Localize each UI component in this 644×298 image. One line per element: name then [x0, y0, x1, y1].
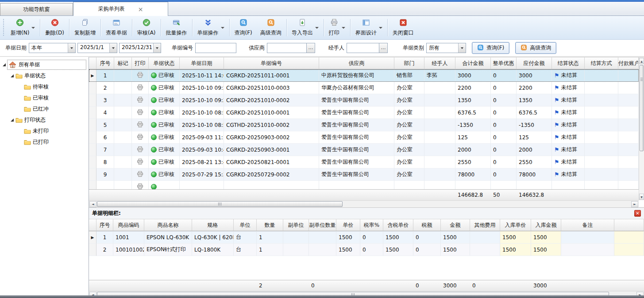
cell-settle[interactable]: ⚑未结算	[552, 119, 585, 131]
cell-inprice[interactable]: 1500	[500, 244, 531, 256]
cell-handler[interactable]	[424, 181, 455, 189]
cell-date[interactable]	[180, 181, 224, 189]
cell-seq[interactable]: 6	[96, 131, 114, 144]
tree-item-printed[interactable]: 已打印	[0, 137, 89, 148]
cell-total[interactable]	[455, 181, 491, 189]
cell-date[interactable]: 2025-08-21 13:47	[180, 156, 224, 168]
cell-handler[interactable]	[424, 144, 455, 156]
cell-payable[interactable]	[517, 181, 552, 189]
cell-method[interactable]	[585, 69, 618, 82]
cell-print[interactable]	[132, 69, 149, 82]
cell-settle[interactable]: ⚑未结算	[552, 168, 585, 181]
handler-input[interactable]	[347, 43, 379, 53]
dropdown-arrow-icon[interactable]	[109, 43, 117, 53]
cell-tax[interactable]: 0	[413, 231, 441, 244]
cell-seq[interactable]: 5	[96, 119, 114, 131]
col-header-discount[interactable]: 整单优惠	[491, 57, 517, 69]
cell-date[interactable]: 2025-09-03 10:48	[180, 144, 224, 156]
cell-doc_no[interactable]: CGRKD-20250903-0001	[224, 144, 319, 156]
cell-doc_no[interactable]: CGRKD-20250903-0002	[224, 131, 319, 144]
cell-seq[interactable]: 9	[96, 168, 114, 181]
cell-handler[interactable]	[424, 131, 455, 144]
cell-status[interactable]: 已审核	[149, 144, 180, 156]
cell-pay[interactable]	[618, 119, 639, 131]
cell-pay[interactable]	[618, 156, 639, 168]
cell-extra[interactable]	[614, 231, 644, 244]
cell-print[interactable]	[132, 82, 149, 94]
supplier-lookup-button[interactable]: …	[307, 43, 315, 53]
col-header-price[interactable]: 单价	[336, 219, 360, 231]
cell-spec[interactable]: LQ-630K | 620K	[192, 231, 234, 244]
cell-total[interactable]: 3000	[455, 69, 491, 82]
cell-supplier[interactable]: 爱普生中国有限公司	[319, 94, 394, 107]
col-header-status[interactable]: 单据状态	[149, 57, 180, 69]
cell-unit[interactable]: 台	[234, 231, 257, 244]
cell-payable[interactable]: 3000	[517, 69, 552, 82]
row-marker-cell[interactable]	[89, 94, 96, 107]
grid-row[interactable]: ▶11001EPSON LQ-630KLQ-630K | 620K台115000…	[89, 231, 644, 244]
grid-row[interactable]: 4已审核2025-10-10 08:56CGRKD-20251010-0001爱…	[89, 107, 639, 119]
main-grid-vscrollbar[interactable]: ▲ ▼	[639, 57, 644, 200]
cell-status[interactable]: 已审核	[149, 82, 180, 94]
cell-status[interactable]	[149, 181, 180, 189]
cell-date[interactable]: 2025-10-10 09:25	[180, 94, 224, 107]
cell-supplier[interactable]: 爱普生中国有限公司	[319, 119, 394, 131]
cell-doc_no[interactable]: CGTHD-20251010-0002	[224, 119, 319, 131]
cell-settle[interactable]: ⚑未结算	[552, 107, 585, 119]
cell-seq[interactable]: 8	[96, 156, 114, 168]
doc-no-input[interactable]	[195, 43, 236, 53]
tab-close-icon[interactable]: ×	[138, 6, 143, 12]
col-header-amount[interactable]: 金额	[441, 219, 470, 231]
col-header-name[interactable]: 商品名称	[144, 219, 192, 231]
cell-pay[interactable]	[618, 131, 639, 144]
row-marker-cell[interactable]	[89, 244, 96, 256]
scroll-left-arrow-icon[interactable]: ◄	[89, 201, 96, 207]
cell-print[interactable]	[132, 144, 149, 156]
cell-method[interactable]	[585, 181, 618, 189]
cell-supplier[interactable]: 中原科贸股份有限公司	[319, 69, 394, 82]
cell-mark[interactable]	[114, 168, 132, 181]
tree-item-all-documents[interactable]: 所有单据	[0, 59, 89, 70]
print-dropdown-arrow-icon[interactable]	[342, 27, 345, 29]
cell-seq[interactable]: 2	[96, 82, 114, 94]
delete-button[interactable]: 删除(D)	[41, 17, 68, 38]
cell-settle[interactable]: ⚑未结算	[552, 144, 585, 156]
cell-discount[interactable]: 0	[491, 82, 517, 94]
col-header-method[interactable]: 结算方式	[585, 57, 618, 69]
import-export-button[interactable]: 导入导出	[288, 17, 323, 38]
row-marker-cell[interactable]	[89, 168, 96, 181]
cell-seq[interactable]: 3	[96, 94, 114, 107]
cell-taxprice[interactable]: 1500	[383, 231, 413, 244]
row-marker-cell[interactable]	[89, 119, 96, 131]
col-header-print[interactable]: 打印	[132, 57, 149, 69]
cell-mark[interactable]	[114, 181, 132, 189]
col-header-seq[interactable]: 序号	[96, 57, 114, 69]
cell-print[interactable]	[132, 107, 149, 119]
cell-total[interactable]: 2550	[455, 156, 491, 168]
grid-row[interactable]: 3已审核2025-10-10 09:25CGRKD-20251010-0002爱…	[89, 94, 639, 107]
cell-dept[interactable]: 办公室	[394, 82, 424, 94]
cell-seq[interactable]: 1	[96, 69, 114, 82]
cell-note[interactable]	[561, 244, 614, 256]
grid-row[interactable]: 2已审核2025-10-10 09:27CGRKD-20251010-0003华…	[89, 82, 639, 94]
cell-mark[interactable]	[114, 131, 132, 144]
cell-price[interactable]: 1500	[336, 244, 360, 256]
cell-payable[interactable]: 125	[517, 131, 552, 144]
cell-subunit[interactable]	[283, 244, 309, 256]
col-header-spec[interactable]: 规格	[192, 219, 234, 231]
cell-status[interactable]: 已审核	[149, 107, 180, 119]
add-button[interactable]: 新增(N)	[7, 17, 39, 38]
cell-unit[interactable]: 台	[234, 244, 257, 256]
cell-tax[interactable]: 0	[413, 244, 441, 256]
copy-new-button[interactable]: 复制新增	[70, 17, 100, 38]
cell-status[interactable]: 已审核	[149, 94, 180, 107]
cell-status[interactable]: 已审核	[149, 69, 180, 82]
cell-pay[interactable]	[618, 181, 639, 189]
cell-method[interactable]	[585, 144, 618, 156]
cell-print[interactable]	[132, 119, 149, 131]
cell-handler[interactable]	[424, 168, 455, 181]
col-header-payable[interactable]: 应付金额	[517, 57, 552, 69]
detail-close-icon[interactable]: ✕	[634, 210, 641, 217]
cell-payable[interactable]: 6376.5	[517, 107, 552, 119]
cell-date[interactable]: 2025-10-10 09:27	[180, 82, 224, 94]
